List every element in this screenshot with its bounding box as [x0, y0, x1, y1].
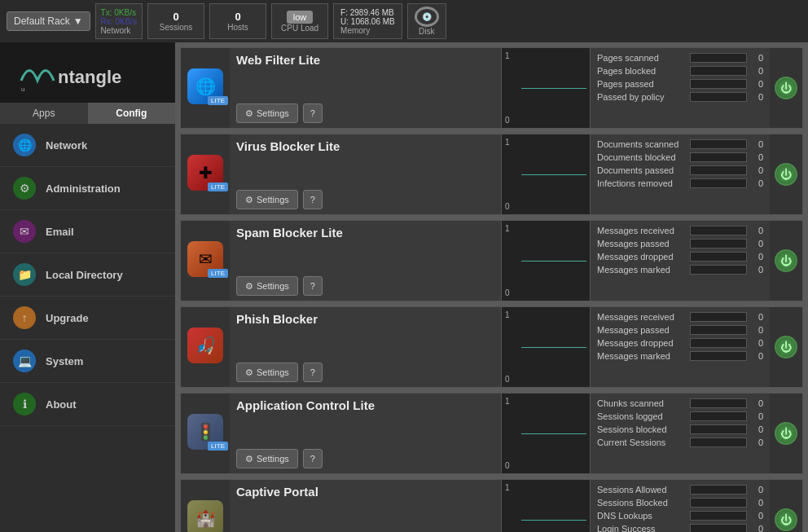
- rack-dropdown-icon: ▼: [73, 15, 83, 27]
- stat-value: 0: [750, 498, 763, 508]
- network-icon: 🌐: [13, 134, 36, 156]
- cpu-stat: low CPU Load: [271, 3, 328, 39]
- stat-name: Sessions logged: [597, 411, 690, 421]
- app-icon-area-captive-portal: 🏰: [181, 480, 230, 532]
- power-button-phish-blocker[interactable]: ⏻: [775, 336, 797, 358]
- mem-free-value: 2989.46 MB: [350, 8, 394, 17]
- sidebar-item-system[interactable]: 💻 System: [0, 340, 175, 383]
- settings-button-phish-blocker[interactable]: ⚙ Settings: [236, 363, 298, 382]
- stat-name: Messages received: [597, 312, 690, 322]
- logo: ntangle u: [13, 52, 127, 93]
- stat-value: 0: [750, 312, 763, 322]
- stat-bar-container: [690, 152, 747, 162]
- app-icon-area-phish-blocker: 🎣: [181, 307, 230, 387]
- settings-button-spam-blocker-lite[interactable]: ⚙ Settings: [236, 276, 298, 296]
- stat-name: Pages blocked: [597, 66, 690, 76]
- stat-value: 0: [750, 325, 763, 335]
- hosts-header: Hosts: [227, 23, 248, 32]
- stat-value: 0: [750, 265, 763, 275]
- stat-value: 0: [750, 511, 763, 521]
- sidebar-item-local-directory[interactable]: 📁 Local Directory: [0, 253, 175, 297]
- settings-icon-phish-blocker: ⚙: [245, 367, 253, 378]
- help-button-application-control-lite[interactable]: ?: [303, 449, 323, 468]
- stat-row: Infections removed0: [597, 178, 763, 188]
- app-title-spam-blocker-lite: Spam Blocker Lite: [236, 226, 494, 240]
- mem-used-value: 1068.06 MB: [351, 17, 395, 26]
- tab-config[interactable]: Config: [88, 103, 176, 124]
- stat-bar-container: [690, 265, 747, 275]
- stat-name: Login Success: [597, 524, 690, 532]
- sessions-value: 0: [173, 11, 178, 23]
- power-area-web-filter-lite: ⏻: [770, 48, 802, 128]
- tabs-row: Apps Config: [0, 103, 175, 124]
- stat-name: Pages scanned: [597, 53, 690, 63]
- stat-bar-container: [690, 338, 747, 348]
- stat-value: 0: [750, 239, 763, 248]
- rack-selector[interactable]: Default Rack ▼: [7, 11, 90, 31]
- lite-badge-application-control-lite: LITE: [208, 442, 228, 451]
- help-button-spam-blocker-lite[interactable]: ?: [303, 276, 323, 296]
- stat-name: Messages received: [597, 226, 690, 235]
- stat-row: Sessions logged0: [597, 411, 763, 421]
- sidebar-item-upgrade[interactable]: ↑ Upgrade: [0, 297, 175, 340]
- help-button-phish-blocker[interactable]: ?: [303, 363, 323, 382]
- top-bar: Default Rack ▼ Tx: 0KB/s Rx: 0KB/s Netwo…: [0, 0, 808, 42]
- stats-area-captive-portal: Sessions Allowed0Sessions Blocked0DNS Lo…: [591, 480, 770, 532]
- stats-area-web-filter-lite: Pages scanned0Pages blocked0Pages passed…: [591, 48, 770, 128]
- settings-button-virus-blocker-lite[interactable]: ⚙ Settings: [236, 190, 298, 209]
- sessions-header: Sessions: [160, 23, 193, 32]
- app-main-virus-blocker-lite: Virus Blocker Lite⚙ Settings?: [230, 134, 501, 214]
- stat-row: Login Success0: [597, 524, 763, 532]
- sidebar-item-about[interactable]: ℹ About: [0, 383, 175, 426]
- stat-row: Sessions Allowed0: [597, 485, 763, 495]
- stat-row: Messages passed0: [597, 325, 763, 335]
- power-button-application-control-lite[interactable]: ⏻: [775, 422, 797, 445]
- stat-row: Pages blocked0: [597, 66, 763, 76]
- app-title-phish-blocker: Phish Blocker: [236, 312, 494, 326]
- stat-bar-container: [690, 178, 747, 188]
- settings-button-web-filter-lite[interactable]: ⚙ Settings: [236, 103, 298, 123]
- app-title-virus-blocker-lite: Virus Blocker Lite: [236, 139, 494, 153]
- network-header: Network: [101, 26, 137, 35]
- graph-bottom-spam-blocker-lite: 0: [503, 288, 588, 297]
- stat-row: Documents passed0: [597, 165, 763, 175]
- graph-line-application-control-lite: [521, 433, 586, 434]
- power-button-spam-blocker-lite[interactable]: ⏻: [775, 249, 797, 272]
- power-button-web-filter-lite[interactable]: ⏻: [775, 77, 797, 99]
- stat-row: Documents blocked0: [597, 152, 763, 162]
- graph-bottom-phish-blocker: 0: [503, 375, 588, 384]
- help-button-virus-blocker-lite[interactable]: ?: [303, 190, 323, 209]
- settings-icon-spam-blocker-lite: ⚙: [245, 281, 253, 292]
- app-controls-virus-blocker-lite: ⚙ Settings?: [236, 187, 494, 209]
- stat-value: 0: [750, 178, 763, 188]
- stat-row: Chunks scanned0: [597, 398, 763, 408]
- sidebar-item-local-directory-label: Local Directory: [46, 269, 123, 281]
- stat-value: 0: [750, 524, 763, 532]
- stat-value: 0: [750, 351, 763, 361]
- stat-bar-container: [690, 79, 747, 89]
- app-controls-phish-blocker: ⚙ Settings?: [236, 359, 494, 382]
- tx-label: Tx:: [101, 8, 112, 17]
- stat-bar-container: [690, 66, 747, 76]
- power-icon-spam-blocker-lite: ⏻: [780, 254, 792, 267]
- graph-top-application-control-lite: 1: [503, 397, 588, 406]
- power-button-captive-portal[interactable]: ⏻: [775, 508, 797, 531]
- app-controls-web-filter-lite: ⚙ Settings?: [236, 100, 494, 123]
- hosts-stat: 0 Hosts: [209, 3, 266, 39]
- help-button-web-filter-lite[interactable]: ?: [303, 103, 323, 123]
- power-button-virus-blocker-lite[interactable]: ⏻: [775, 163, 797, 186]
- stat-name: Passed by policy: [597, 92, 690, 102]
- sidebar-item-administration[interactable]: ⚙ Administration: [0, 167, 175, 210]
- network-stat: Tx: 0KB/s Rx: 0KB/s Network: [95, 3, 143, 39]
- sidebar-item-email[interactable]: ✉ Email: [0, 210, 175, 253]
- settings-button-application-control-lite[interactable]: ⚙ Settings: [236, 449, 298, 468]
- power-area-captive-portal: ⏻: [770, 480, 802, 532]
- stat-name: Messages marked: [597, 265, 690, 275]
- settings-icon-application-control-lite: ⚙: [245, 454, 253, 464]
- sessions-stat: 0 Sessions: [147, 3, 204, 39]
- app-title-web-filter-lite: Web Filter Lite: [236, 53, 494, 67]
- sidebar-item-administration-label: Administration: [46, 182, 121, 195]
- tab-apps[interactable]: Apps: [0, 103, 88, 124]
- sidebar-item-network[interactable]: 🌐 Network: [0, 124, 175, 167]
- app-icon-area-web-filter-lite: 🌐LITE: [181, 48, 230, 128]
